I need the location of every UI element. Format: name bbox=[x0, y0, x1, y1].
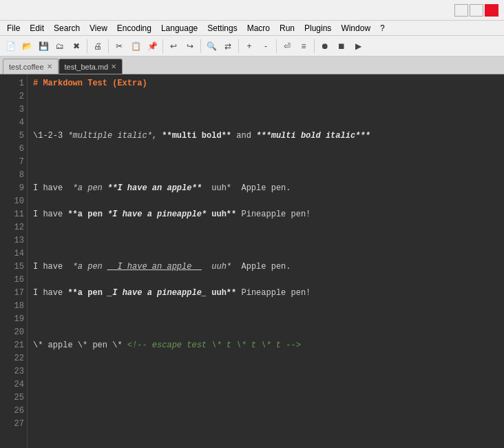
close-button[interactable]: ✖ bbox=[69, 39, 84, 54]
menu-search[interactable]: Search bbox=[50, 21, 84, 35]
wordwrap-button[interactable]: ⏎ bbox=[280, 39, 295, 54]
zoom-in-button[interactable]: + bbox=[242, 39, 257, 54]
save-button[interactable]: 💾 bbox=[36, 39, 51, 54]
redo-button[interactable]: ↪ bbox=[182, 39, 198, 54]
tab-label: test.coffee bbox=[9, 63, 44, 71]
print-button[interactable]: 🖨 bbox=[90, 39, 105, 54]
toolbar-sep-6 bbox=[276, 39, 277, 53]
toolbar-sep-3 bbox=[162, 39, 163, 53]
tab-test-beta-md[interactable]: test_beta.md ✕ bbox=[59, 59, 123, 74]
tab-test-coffee[interactable]: test.coffee ✕ bbox=[3, 59, 59, 74]
menu-view[interactable]: View bbox=[85, 21, 112, 35]
toolbar-sep-2 bbox=[108, 39, 109, 53]
line-7 bbox=[33, 234, 498, 247]
close-button[interactable] bbox=[485, 4, 498, 17]
line-2 bbox=[33, 103, 498, 116]
line-13 bbox=[33, 391, 498, 405]
menu-edit[interactable]: Edit bbox=[25, 21, 48, 35]
menu-language[interactable]: Language bbox=[157, 21, 202, 35]
toolbar: 📄 📂 💾 🗂 ✖ 🖨 ✂ 📋 📌 ↩ ↪ 🔍 ⇄ + - ⏎ ≡ ⏺ ⏹ ▶ bbox=[0, 36, 504, 57]
line-1: # Markdown Test (Extra) bbox=[33, 77, 498, 90]
line-11: \* apple \* pen \* <!-- escape test \* t… bbox=[33, 339, 498, 352]
toolbar-sep-5 bbox=[238, 39, 239, 53]
menu-bar: File Edit Search View Encoding Language … bbox=[0, 21, 504, 36]
toolbar-sep-4 bbox=[200, 39, 201, 53]
menu-plugins[interactable]: Plugins bbox=[300, 21, 335, 35]
tab-label: test_beta.md bbox=[65, 63, 109, 71]
window-controls bbox=[454, 4, 498, 17]
zoom-out-button[interactable]: - bbox=[258, 39, 273, 54]
line-9: I have **a pen _I have a pineapple_ uuh*… bbox=[33, 287, 498, 300]
copy-button[interactable]: 📋 bbox=[128, 39, 143, 54]
line-10 bbox=[33, 313, 498, 326]
line-5: I have *a pen **I have an apple** uuh* A… bbox=[33, 182, 498, 195]
line-8: I have *a pen __I have an apple__ uuh* A… bbox=[33, 261, 498, 274]
line-3: \1-2-3 *multiple italic*, **multi bold**… bbox=[33, 130, 498, 143]
menu-run[interactable]: Run bbox=[275, 21, 299, 35]
macro-stop-button[interactable]: ⏹ bbox=[334, 39, 349, 54]
replace-button[interactable]: ⇄ bbox=[220, 39, 235, 54]
line-6: I have **a pen *I have a pineapple* uuh*… bbox=[33, 208, 498, 221]
undo-button[interactable]: ↩ bbox=[166, 39, 181, 54]
menu-settings[interactable]: Settings bbox=[203, 21, 241, 35]
cut-button[interactable]: ✂ bbox=[112, 39, 127, 54]
new-button[interactable]: 📄 bbox=[3, 39, 18, 54]
menu-window[interactable]: Window bbox=[337, 21, 375, 35]
macro-play-button[interactable]: ▶ bbox=[350, 39, 366, 54]
menu-encoding[interactable]: Encoding bbox=[113, 21, 156, 35]
menu-macro[interactable]: Macro bbox=[243, 21, 274, 35]
toolbar-sep-1 bbox=[87, 39, 87, 53]
tab-bar: test.coffee ✕ test_beta.md ✕ bbox=[0, 57, 504, 74]
find-button[interactable]: 🔍 bbox=[204, 39, 219, 54]
menu-help[interactable]: ? bbox=[376, 21, 389, 35]
line-numbers: 1 2 3 4 5 6 7 8 9 10 11 12 13 14 15 16 1… bbox=[0, 74, 28, 448]
toolbar-sep-7 bbox=[314, 39, 315, 53]
title-bar bbox=[0, 0, 504, 21]
maximize-button[interactable] bbox=[470, 4, 483, 17]
open-button[interactable]: 📂 bbox=[19, 39, 34, 54]
editor-area: 1 2 3 4 5 6 7 8 9 10 11 12 13 14 15 16 1… bbox=[0, 74, 504, 448]
tab-close-icon[interactable]: ✕ bbox=[47, 63, 52, 70]
minimize-button[interactable] bbox=[454, 4, 468, 17]
paste-button[interactable]: 📌 bbox=[145, 39, 160, 54]
macro-record-button[interactable]: ⏺ bbox=[317, 39, 333, 54]
tab-close-icon[interactable]: ✕ bbox=[111, 63, 116, 70]
line-4 bbox=[33, 156, 498, 169]
code-editor[interactable]: # Markdown Test (Extra) \1-2-3 *multiple… bbox=[28, 74, 504, 448]
line-12 bbox=[33, 365, 498, 378]
menu-file[interactable]: File bbox=[3, 21, 24, 35]
save-all-button[interactable]: 🗂 bbox=[52, 39, 67, 54]
indent-button[interactable]: ≡ bbox=[296, 39, 311, 54]
